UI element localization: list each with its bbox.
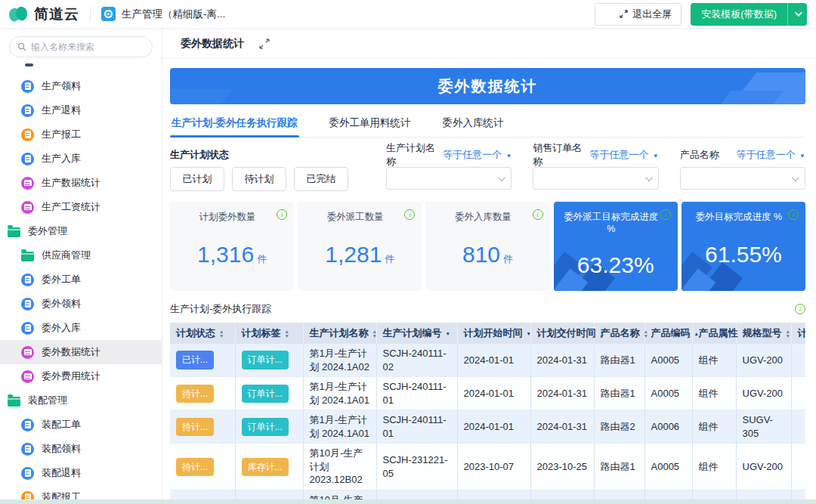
sort-icon[interactable]: ▲▼ — [285, 329, 289, 339]
fullscreen-expand-icon[interactable] — [259, 39, 270, 49]
sidebar-item[interactable]: 装配领料 — [0, 437, 162, 461]
sidebar-item[interactable]: 供应商管理 — [0, 243, 162, 267]
sort-icon[interactable]: ▲▼ — [786, 329, 790, 339]
table-cell: SUGV-305 — [736, 490, 791, 499]
table-cell: 路由器1 — [594, 444, 644, 490]
column-header[interactable]: 计划 — [791, 323, 805, 344]
status-cell: 待计... — [170, 410, 235, 444]
install-template-dropdown[interactable] — [787, 3, 807, 26]
chart-icon — [21, 370, 34, 383]
dashboard-content: 委外数据统计 生产计划-委外任务执行跟踪委外工单用料统计委外入库统计 生产计划状… — [162, 59, 816, 499]
app-title[interactable]: 生产管理（精细版-离... — [122, 8, 225, 21]
table-cell: 第10月-生产计划 2023.12B02 — [303, 490, 376, 499]
install-template-button[interactable]: 安装模板(带数据) — [691, 3, 787, 26]
report-tab[interactable]: 委外入库统计 — [441, 116, 505, 137]
sidebar-item[interactable]: 生产入库 — [0, 147, 162, 171]
sort-icon[interactable]: ▼ — [446, 332, 450, 336]
sidebar-item[interactable]: 委外入库 — [0, 316, 162, 340]
filter-select[interactable] — [386, 167, 512, 190]
column-header[interactable]: 生产计划名称▲▼ — [303, 323, 376, 344]
filter-select-group: 生产计划名称等于任意一个 ▼ — [386, 148, 512, 190]
column-header[interactable]: 计划开始时间▼ — [457, 323, 530, 344]
tag-badge: 订单计... — [242, 351, 289, 369]
sidebar-search[interactable] — [9, 36, 153, 57]
sort-icon[interactable]: ▲▼ — [219, 329, 224, 339]
caret-down-icon: ▼ — [798, 153, 805, 159]
sidebar-item[interactable]: 装配工单 — [0, 413, 162, 437]
page-toolbar: 委外数据统计 — [162, 29, 816, 59]
sidebar-item[interactable]: 装配管理 — [0, 388, 162, 413]
tag-badge: 库存计... — [242, 458, 289, 476]
sidebar-item[interactable]: 装配退料 — [0, 461, 162, 485]
table-cell — [791, 410, 805, 444]
table-cell — [791, 344, 805, 377]
table-cell: 第1月-生产计划 2024.1A01 — [303, 410, 376, 444]
sidebar-item[interactable]: 委外领料 — [0, 292, 162, 316]
report-tab[interactable]: 生产计划-委外任务执行跟踪 — [170, 116, 299, 137]
chevron-down-icon — [498, 174, 505, 181]
sidebar-item[interactable]: 生产退料 — [0, 98, 162, 122]
table-row[interactable]: 待计...订单计...第1月-生产计划 2024.1A01SCJH-240111… — [170, 377, 805, 410]
caret-down-icon: ▼ — [504, 153, 512, 159]
sort-icon[interactable]: ▲▼ — [372, 329, 377, 339]
search-icon — [17, 42, 26, 51]
filter-operator-link[interactable]: 等于任意一个 ▼ — [737, 148, 805, 162]
sidebar-item[interactable]: 委外管理 — [0, 219, 162, 243]
filter-select[interactable] — [680, 167, 805, 190]
sidebar-item[interactable]: 委外数据统计 — [0, 340, 162, 364]
sidebar-item[interactable]: 委外费用统计 — [0, 364, 162, 388]
table-row[interactable]: 待计...库存计...第10月-生产计划 2023.12B02SCJH-2312… — [170, 490, 805, 499]
exit-fullscreen-label: 退出全屏 — [632, 8, 672, 21]
filter-label: 销售订单名称 — [533, 141, 589, 169]
sidebar-item[interactable]: 委外工单 — [0, 267, 162, 292]
stat-card: 委外派工数量i1,281件 — [298, 202, 422, 291]
column-header[interactable]: 计划标签▲▼ — [235, 323, 303, 344]
sidebar-item[interactable]: 装配报工 — [0, 485, 162, 499]
sidebar-item[interactable]: 生产领料 — [0, 74, 162, 98]
column-header[interactable]: 计划交付时间▲▼ — [530, 323, 594, 344]
table-cell: UGV-200 — [736, 444, 791, 490]
column-header[interactable]: 产品编码▲ — [644, 323, 692, 344]
report-tab[interactable]: 委外工单用料统计 — [328, 116, 413, 137]
stat-card: 委外派工目标完成进度 %i63.23% — [554, 202, 678, 291]
column-header[interactable]: 规格型号▲▼ — [736, 323, 791, 344]
stat-value: 1,316件 — [170, 242, 294, 267]
status-cell: 待计... — [170, 444, 235, 490]
folder-icon — [8, 227, 20, 237]
filter-operator-link[interactable]: 等于任意一个 ▼ — [590, 148, 659, 162]
sidebar-item[interactable]: 生产数据统计 — [0, 171, 162, 195]
table-row[interactable]: 待计...订单计...第1月-生产计划 2024.1A01SCJH-240111… — [170, 410, 805, 444]
table-cell: SCJH-240111-01 — [376, 377, 457, 410]
sort-icon[interactable]: ▼ — [527, 332, 531, 336]
filter-operator-link[interactable]: 等于任意一个 ▼ — [443, 148, 512, 162]
search-input[interactable] — [31, 42, 144, 52]
stat-label: 计划委外数量 — [170, 211, 294, 224]
table-row[interactable]: 待计...库存计...第10月-生产计划 2023.12B02SCJH-2312… — [170, 444, 805, 490]
status-filter-button[interactable]: 已完结 — [294, 167, 348, 191]
status-cell: 待计... — [170, 490, 235, 499]
sidebar-item[interactable]: 生产工资统计 — [0, 195, 162, 219]
status-cell: 待计... — [170, 377, 235, 410]
stat-card: 计划委外数量i1,316件 — [170, 202, 294, 291]
info-icon[interactable]: i — [660, 209, 671, 220]
sidebar-item[interactable]: 生产报工 — [0, 122, 162, 147]
sort-icon[interactable]: ▲ — [694, 332, 699, 336]
status-filter-button[interactable]: 待计划 — [232, 167, 286, 191]
tag-cell: 库存计... — [235, 444, 303, 490]
column-header[interactable]: 计划状态▲▼ — [170, 323, 235, 344]
table-cell: 路由器2 — [594, 490, 644, 499]
status-filter-button[interactable]: 已计划 — [170, 167, 224, 191]
exit-fullscreen-button[interactable]: 退出全屏 — [595, 3, 682, 26]
table-row[interactable]: 已计...订单计...第1月-生产计划 2024.1A02SCJH-240111… — [170, 344, 805, 377]
info-icon[interactable]: i — [795, 304, 805, 314]
column-header[interactable]: 生产计划编号▼ — [376, 323, 457, 344]
table-cell: SCJH-240111-02 — [376, 344, 457, 377]
info-icon[interactable]: i — [533, 209, 543, 220]
column-header[interactable]: 产品属性▲▼ — [692, 323, 736, 344]
stat-value: 810件 — [425, 242, 549, 267]
filter-select[interactable] — [533, 167, 658, 190]
sort-icon[interactable]: ▲▼ — [644, 329, 648, 339]
jiandaoyun-logo[interactable]: 简道云 — [9, 5, 79, 24]
info-icon[interactable]: i — [788, 209, 799, 220]
column-header[interactable]: 产品名称▲▼ — [594, 323, 644, 344]
